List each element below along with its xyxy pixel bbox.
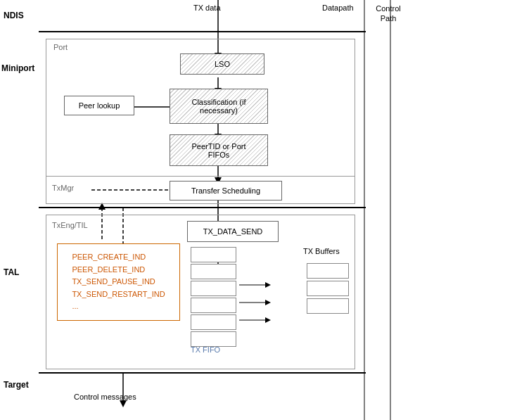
txbuffers-label: TX Buffers bbox=[303, 247, 340, 255]
classification-box: Classification (if necessary) bbox=[170, 89, 268, 124]
txbuffer-1 bbox=[307, 263, 349, 279]
tal-label: TAL bbox=[4, 267, 19, 277]
svg-marker-30 bbox=[120, 400, 127, 407]
txdatasend-box: TX_DATA_SEND bbox=[187, 221, 279, 242]
txmgr-label: TxMgr bbox=[52, 184, 74, 192]
peertid-box: PeerTID or Port FIFOs bbox=[170, 134, 268, 166]
txmgr-container: TxMgr Transfer Scheduling bbox=[46, 176, 355, 204]
lso-box: LSO bbox=[180, 53, 264, 75]
datapath-label: Datapath bbox=[322, 4, 354, 12]
diagram-container: NDIS TX data Datapath Control Path Minip… bbox=[0, 0, 517, 420]
txbuffer-3 bbox=[307, 298, 349, 314]
controlpath-label: Control Path bbox=[371, 4, 406, 24]
tal-container: TxEng/TIL TX_DATA_SEND PEER_CREATE_IND P… bbox=[46, 215, 355, 369]
txfifo-stack bbox=[191, 247, 236, 347]
peerlookup-box: Peer lookup bbox=[64, 96, 134, 115]
txdata-label: TX data bbox=[193, 4, 221, 12]
indicators-box: PEER_CREATE_IND PEER_DELETE_IND TX_SEND_… bbox=[57, 243, 180, 321]
txbuffer-2 bbox=[307, 281, 349, 296]
ndis-label: NDIS bbox=[4, 11, 24, 20]
txeng-label: TxEng/TIL bbox=[52, 221, 88, 229]
transferscheduling-box: Transfer Scheduling bbox=[170, 181, 282, 201]
target-label: Target bbox=[4, 380, 29, 390]
txfifo-label: TX FIFO bbox=[191, 345, 220, 354]
port-label: Port bbox=[53, 43, 68, 51]
controlmessages-label: Control messages bbox=[74, 393, 136, 401]
miniport-label: Miniport bbox=[1, 63, 34, 73]
